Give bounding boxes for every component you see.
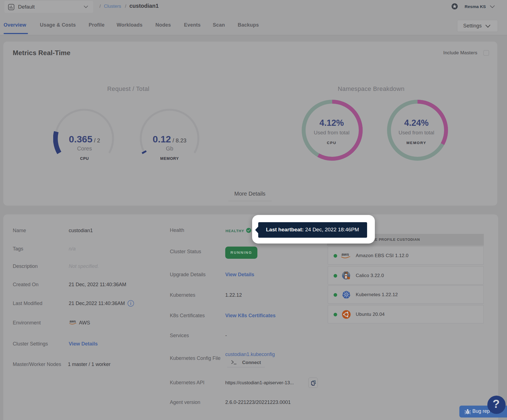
svg-text:aws: aws <box>342 252 349 257</box>
svg-text:aws: aws <box>70 319 76 323</box>
